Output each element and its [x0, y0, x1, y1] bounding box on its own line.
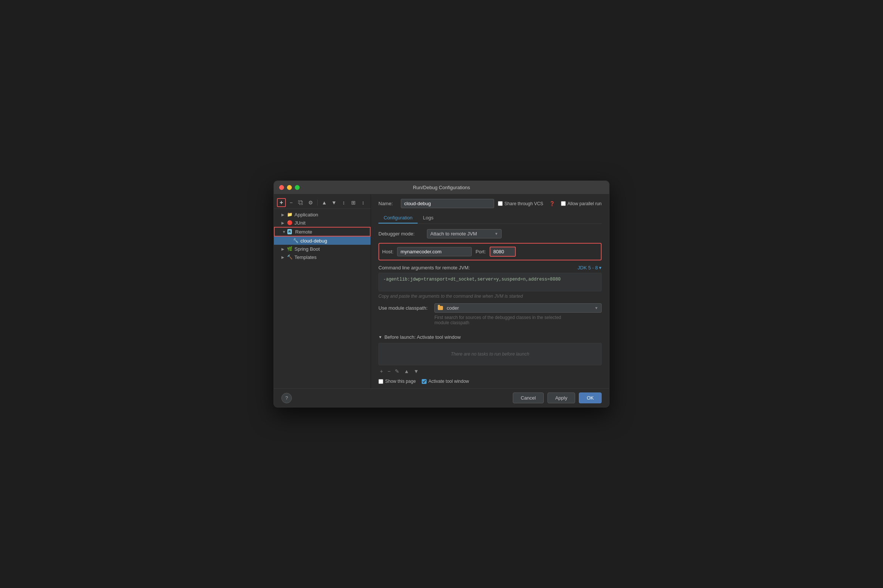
chevron-down-icon: ▾ [599, 265, 602, 270]
show-page-checkbox[interactable]: Show this page [378, 379, 416, 384]
parallel-run-label: Allow parallel run [568, 201, 602, 206]
activate-window-checkbox[interactable]: Activate tool window [422, 379, 469, 384]
arrow-icon: ▶ [281, 221, 287, 225]
collapse-arrow-icon[interactable]: ▼ [378, 335, 382, 339]
host-input[interactable] [397, 247, 472, 256]
remote-folder-icon: R [287, 229, 293, 235]
tab-logs[interactable]: Logs [417, 213, 438, 224]
parallel-run-check[interactable] [561, 201, 566, 206]
footer: ? Cancel Apply OK [274, 388, 609, 407]
module-row: Use module classpath: coder ▼ First sear… [378, 303, 602, 326]
arrow-icon: ▶ [281, 247, 287, 251]
cmdline-section: Command line arguments for remote JVM: J… [378, 265, 602, 299]
sidebar-item-label: cloud-debug [300, 238, 327, 244]
cmdline-hint: Copy and paste the arguments to the comm… [378, 294, 602, 299]
before-launch-header: ▼ Before launch: Activate tool window [378, 334, 602, 340]
before-launch-add-button[interactable]: + [378, 368, 384, 375]
cmdline-value: -agentlib:jdwp=transport=dt_socket,serve… [383, 277, 560, 282]
config-icon: 🔧 [293, 238, 299, 244]
config-panel: Name: Share through VCS ❓ Allow parallel… [371, 194, 609, 388]
help-icon[interactable]: ❓ [550, 201, 555, 206]
share-vcs-checkbox[interactable]: Share through VCS [498, 201, 544, 206]
main-content: + − ⿻ ⚙ ▲ ▼ ↕ ⊞ ↕ ▶ 📁 Application ▶ 🔴 JU [274, 194, 609, 388]
config-tabs: Configuration Logs [378, 213, 602, 224]
move-up-button[interactable]: ▲ [320, 198, 329, 207]
arrow-icon: ▼ [282, 230, 287, 234]
sort-az-button[interactable]: ↕ [359, 198, 368, 207]
module-dropdown[interactable]: coder ▼ [434, 303, 602, 313]
title-bar: Run/Debug Configurations [274, 181, 609, 194]
dialog-title: Run/Debug Configurations [413, 184, 470, 190]
show-page-check[interactable] [378, 379, 383, 384]
settings-config-button[interactable]: ⚙ [306, 198, 315, 207]
sidebar-item-cloud-debug[interactable]: 🔧 cloud-debug [274, 237, 371, 245]
jdk-link[interactable]: JDK 5 - 8 ▾ [578, 265, 602, 270]
module-label: Use module classpath: [378, 303, 431, 311]
sidebar-item-remote[interactable]: ▼ R Remote [274, 227, 371, 237]
sidebar-toolbar: + − ⿻ ⚙ ▲ ▼ ↕ ⊞ ↕ [274, 196, 371, 209]
parallel-run-checkbox[interactable]: Allow parallel run [561, 201, 602, 206]
sidebar-item-label: Spring Boot [294, 246, 320, 252]
before-launch-section: ▼ Before launch: Activate tool window Th… [378, 334, 602, 384]
show-row: Show this page Activate tool window [378, 379, 602, 384]
port-input[interactable] [490, 247, 516, 257]
before-launch-toolbar: + − ✎ ▲ ▼ [378, 368, 602, 375]
arrow-icon: ▶ [281, 255, 287, 259]
help-button[interactable]: ? [281, 393, 292, 404]
traffic-lights [279, 185, 300, 190]
module-hint: First search for sources of the debugged… [434, 315, 602, 326]
host-label: Host: [382, 249, 393, 255]
host-port-row: Host: Port: [378, 243, 602, 260]
name-row: Name: Share through VCS ❓ Allow parallel… [378, 199, 602, 208]
activate-window-label: Activate tool window [428, 379, 469, 384]
sort-button[interactable]: ↕ [339, 198, 348, 207]
junit-icon: 🔴 [287, 220, 293, 226]
add-config-button[interactable]: + [277, 198, 286, 207]
ok-button[interactable]: OK [579, 393, 602, 404]
cmdline-label: Command line arguments for remote JVM: [378, 265, 470, 270]
spring-icon: 🌿 [287, 246, 293, 252]
minimize-window-button[interactable] [287, 185, 292, 190]
module-col: coder ▼ First search for sources of the … [434, 303, 602, 326]
debugger-mode-label: Debugger mode: [378, 231, 423, 237]
name-input[interactable] [401, 199, 494, 208]
templates-icon: 🔨 [287, 254, 293, 260]
share-vcs-check[interactable] [498, 201, 503, 206]
port-label: Port: [476, 249, 485, 255]
cmdline-box: -agentlib:jdwp=transport=dt_socket,serve… [378, 273, 602, 291]
tab-configuration[interactable]: Configuration [378, 213, 417, 224]
before-launch-edit-button[interactable]: ✎ [393, 368, 401, 375]
before-launch-up-button[interactable]: ▲ [402, 368, 410, 375]
maximize-window-button[interactable] [295, 185, 300, 190]
sidebar-item-label: JUnit [294, 220, 306, 226]
sidebar-item-label: Remote [295, 229, 312, 235]
debugger-mode-row: Debugger mode: Attach to remote JVM ▼ [378, 229, 602, 238]
cancel-button[interactable]: Cancel [513, 393, 544, 404]
before-launch-remove-button[interactable]: − [386, 368, 392, 375]
module-value: coder [447, 305, 459, 311]
sidebar-item-templates[interactable]: ▶ 🔨 Templates [274, 253, 371, 261]
sidebar-item-label: Application [294, 212, 318, 218]
debugger-mode-value: Attach to remote JVM [430, 231, 477, 237]
toolbar-separator [317, 200, 318, 206]
before-launch-down-button[interactable]: ▼ [412, 368, 420, 375]
sidebar-item-junit[interactable]: ▶ 🔴 JUnit [274, 219, 371, 227]
remove-config-button[interactable]: − [287, 198, 296, 207]
show-page-label: Show this page [385, 379, 416, 384]
cmdline-header: Command line arguments for remote JVM: J… [378, 265, 602, 270]
close-window-button[interactable] [279, 185, 284, 190]
module-folder-icon [438, 306, 443, 310]
sidebar-item-application[interactable]: ▶ 📁 Application [274, 210, 371, 219]
move-down-button[interactable]: ▼ [330, 198, 338, 207]
sidebar-item-label: Templates [294, 255, 317, 260]
activate-window-check[interactable] [422, 379, 426, 384]
filter-button[interactable]: ⊞ [349, 198, 358, 207]
debugger-mode-dropdown[interactable]: Attach to remote JVM ▼ [427, 229, 502, 238]
copy-config-button[interactable]: ⿻ [296, 198, 305, 207]
folder-icon: 📁 [287, 212, 293, 218]
arrow-icon: ▶ [281, 213, 287, 217]
vcs-row: Share through VCS ❓ Allow parallel run [498, 201, 602, 206]
dropdown-arrow-icon: ▼ [494, 232, 498, 236]
apply-button[interactable]: Apply [548, 393, 575, 404]
sidebar-item-spring-boot[interactable]: ▶ 🌿 Spring Boot [274, 245, 371, 253]
